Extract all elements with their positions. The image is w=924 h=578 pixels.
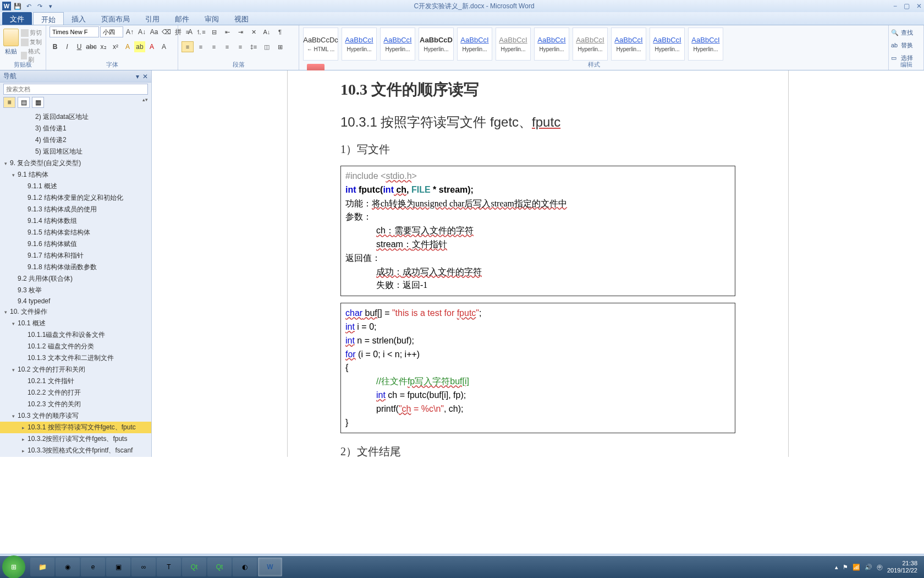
search-input[interactable]	[3, 84, 148, 95]
strike-button[interactable]: abc	[86, 41, 97, 52]
tb-app[interactable]: ◐	[233, 558, 257, 576]
nav-tree-item[interactable]: 4) 值传递2	[0, 134, 151, 146]
document-area[interactable]: 10.3 文件的顺序读写 10.3.1 按照字符读写文件 fgetc、fputc…	[152, 70, 924, 457]
nav-tree-item[interactable]: 9.1.5 结构体套结构体	[0, 227, 151, 238]
clock[interactable]: 21:38 2019/12/22	[887, 560, 922, 574]
nav-tree-item[interactable]: 9.4 typedef	[0, 296, 151, 306]
nav-tree-item[interactable]: ▸10.3.4按照块读写文件fread、fwrite	[0, 456, 151, 457]
nav-tree-item[interactable]: 10.2.3 文件的关闭	[0, 399, 151, 410]
nav-tree-item[interactable]: 10.2.1 文件指针	[0, 375, 151, 387]
start-button[interactable]: ⊞	[2, 555, 25, 578]
tab-view[interactable]: 视图	[227, 12, 256, 25]
nav-tree-item[interactable]: 9.1.8 结构体做函数参数	[0, 261, 151, 273]
align-left-icon[interactable]: ≡	[182, 41, 194, 52]
char-shading-icon[interactable]: A	[158, 41, 169, 52]
clear-format-icon[interactable]: ⌫	[161, 26, 172, 37]
text-effects-icon[interactable]: A	[122, 41, 133, 52]
style-item[interactable]: AaBbCcIHyperlin...	[342, 28, 377, 61]
tab-layout[interactable]: 页面布局	[94, 12, 138, 25]
nav-tree-item[interactable]: ▾9. 复合类型(自定义类型)	[0, 157, 151, 169]
tray-volume-icon[interactable]: 🔊	[865, 564, 872, 571]
subscript-button[interactable]: x₂	[98, 41, 109, 52]
nav-tree[interactable]: 2) 返回data区地址3) 值传递14) 值传递25) 返回堆区地址▾9. 复…	[0, 110, 151, 457]
tray-network-icon[interactable]: 📶	[853, 564, 860, 571]
nav-tree-item[interactable]: 10.1.1磁盘文件和设备文件	[0, 329, 151, 341]
copy-button[interactable]: 复制	[21, 38, 42, 46]
style-item[interactable]: AaBbCcIHyperlin...	[688, 28, 723, 61]
undo-icon[interactable]: ↶	[24, 2, 33, 10]
nav-tree-item[interactable]: ▾10.3 文件的顺序读写	[0, 410, 151, 422]
tb-word[interactable]: W	[258, 558, 282, 576]
find-button[interactable]: 🔍查找	[891, 28, 913, 38]
bold-button[interactable]: B	[50, 41, 61, 52]
style-item[interactable]: AaBbCcDHyperlin...	[419, 28, 454, 61]
nav-tree-item[interactable]: ▸10.3.1 按照字符读写文件fgetc、fputc	[0, 422, 151, 433]
nav-tree-item[interactable]: 5) 返回堆区地址	[0, 146, 151, 157]
nav-tree-item[interactable]: ▸10.3.2按照行读写文件fgets、fputs	[0, 433, 151, 445]
nav-tree-item[interactable]: 10.1.2 磁盘文件的分类	[0, 341, 151, 352]
shading-icon[interactable]: ◫	[261, 41, 273, 52]
style-item[interactable]: AaBbCcIHyperlin...	[496, 28, 531, 61]
nav-tree-item[interactable]: 9.1.3 结构体成员的使用	[0, 204, 151, 215]
style-item[interactable]: AaBbCcDc← HTML ...	[303, 28, 338, 61]
qat-dropdown-icon[interactable]: ▾	[46, 2, 55, 10]
tab-mailings[interactable]: 邮件	[167, 12, 197, 25]
nav-tree-item[interactable]: 9.1.1 概述	[0, 181, 151, 192]
nav-tree-item[interactable]: 9.2 共用体(联合体)	[0, 273, 151, 285]
highlight-icon[interactable]: ab	[134, 41, 145, 52]
font-name-combo[interactable]: Times New F	[50, 26, 99, 37]
italic-button[interactable]: I	[62, 41, 73, 52]
nav-tree-item[interactable]: 9.1.2 结构体变量的定义和初始化	[0, 192, 151, 204]
tab-home[interactable]: 开始	[33, 12, 64, 25]
nav-tree-item[interactable]: 9.1.6 结构体赋值	[0, 238, 151, 250]
tb-qt1[interactable]: Qt	[182, 558, 206, 576]
style-item[interactable]: AaBbCcIHyperlin...	[457, 28, 492, 61]
underline-button[interactable]: U	[74, 41, 85, 52]
style-item[interactable]: AaBbCcIHyperlin...	[534, 28, 569, 61]
tb-notepad[interactable]: T	[157, 558, 181, 576]
tab-file[interactable]: 文件	[2, 12, 32, 25]
nav-tree-item[interactable]: ▾10.1 概述	[0, 318, 151, 329]
nav-tree-item[interactable]: 10.1.3 文本文件和二进制文件	[0, 352, 151, 364]
tab-insert[interactable]: 插入	[64, 12, 94, 25]
superscript-button[interactable]: x²	[110, 41, 121, 52]
tb-edge[interactable]: e	[81, 558, 105, 576]
nav-close-icon[interactable]: ✕	[142, 73, 148, 80]
tray-ime-icon[interactable]: ㊥	[877, 563, 883, 571]
asian-layout-icon[interactable]: ✕	[248, 26, 260, 37]
nav-tree-item[interactable]: ▾10.2 文件的打开和关闭	[0, 364, 151, 375]
inc-indent-icon[interactable]: ⇥	[234, 26, 246, 37]
justify-icon[interactable]: ≡	[221, 41, 233, 52]
tb-explorer[interactable]: 📁	[30, 558, 54, 576]
show-marks-icon[interactable]: ¶	[274, 26, 286, 37]
close-icon[interactable]: ✕	[916, 2, 922, 10]
numbering-icon[interactable]: ⒈≡	[195, 26, 207, 37]
nav-tree-item[interactable]: ▾10. 文件操作	[0, 306, 151, 318]
nav-tree-item[interactable]: 9.3 枚举	[0, 285, 151, 296]
shrink-font-icon[interactable]: A↓	[136, 26, 147, 37]
nav-tree-item[interactable]: 9.1.4 结构体数组	[0, 215, 151, 227]
nav-tree-item[interactable]: ▸10.3.3按照格式化文件fprintf、fscanf	[0, 445, 151, 456]
bullets-icon[interactable]: ≡	[182, 26, 194, 37]
style-item[interactable]: AaBbCcIHyperlin...	[611, 28, 646, 61]
maximize-icon[interactable]: ▢	[904, 2, 910, 10]
save-icon[interactable]: 💾	[13, 2, 22, 10]
align-right-icon[interactable]: ≡	[208, 41, 220, 52]
tab-review[interactable]: 审阅	[197, 12, 227, 25]
nav-tree-item[interactable]: 10.2.2 文件的打开	[0, 387, 151, 399]
paste-button[interactable]: 粘贴	[3, 26, 19, 56]
dec-indent-icon[interactable]: ⇤	[221, 26, 233, 37]
multilevel-icon[interactable]: ⊟	[208, 26, 220, 37]
nav-tree-item[interactable]: 9.1.7 结构体和指针	[0, 250, 151, 261]
tb-sublime[interactable]: ▣	[106, 558, 130, 576]
tb-vs[interactable]: ∞	[131, 558, 156, 576]
tab-references[interactable]: 引用	[138, 12, 167, 25]
distributed-icon[interactable]: ≡	[234, 41, 246, 52]
font-color-icon[interactable]: A	[146, 41, 157, 52]
nav-tab-pages[interactable]: ▤	[18, 97, 30, 108]
align-center-icon[interactable]: ≡	[195, 41, 207, 52]
nav-tab-headings[interactable]: ≡	[3, 97, 15, 108]
replace-button[interactable]: ab替换	[891, 40, 913, 51]
nav-tree-item[interactable]: 3) 值传递1	[0, 123, 151, 134]
nav-tree-item[interactable]: 2) 返回data区地址	[0, 111, 151, 123]
